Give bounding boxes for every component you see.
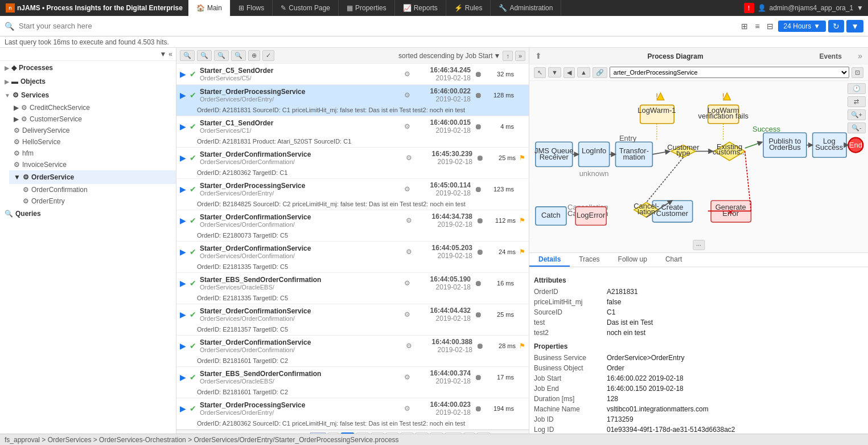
- diagram-up-icon[interactable]: ▲: [577, 67, 590, 77]
- diagram-link-icon[interactable]: 🔗: [593, 67, 607, 78]
- list-row-main[interactable]: ▶ ✔ Starter_C1_SendOrder OrderServices/C…: [176, 116, 529, 137]
- sidebar-item-order[interactable]: ▼ ⚙ OrderService: [9, 170, 176, 184]
- record-icon[interactable]: ⏺: [474, 185, 482, 194]
- tab-rules[interactable]: ⚡ Rules: [446, 0, 491, 16]
- tab-main[interactable]: 🏠 Main: [188, 0, 231, 16]
- sidebar-item-queries[interactable]: 🔍 Queries: [0, 207, 176, 221]
- zoom-out-icon[interactable]: 🔍: [197, 50, 212, 61]
- tab-flows[interactable]: ⊞ Flows: [231, 0, 273, 16]
- sidebar-item-orderentry[interactable]: ⚙ OrderEntry: [18, 195, 176, 207]
- record-icon[interactable]: ⏺: [474, 70, 482, 79]
- play-icon[interactable]: ▶: [180, 404, 186, 413]
- sidebar-collapse-left-icon[interactable]: «: [168, 50, 172, 58]
- record-icon[interactable]: ⏺: [474, 310, 482, 319]
- tab-properties[interactable]: ▦ Properties: [339, 0, 395, 16]
- tab-administration[interactable]: 🔧 Administration: [491, 0, 561, 16]
- list-item[interactable]: ▶ ✔ Starter_C5_SendOrder OrderServices/C…: [176, 64, 529, 85]
- alert-badge[interactable]: !: [744, 3, 754, 13]
- sort-label[interactable]: sorted descending by Job Start ▼: [398, 52, 500, 60]
- gear-icon[interactable]: ⚙: [404, 91, 410, 99]
- record-icon[interactable]: ⏺: [476, 341, 484, 350]
- diagram-zoom-out-icon[interactable]: 🔍-: [848, 123, 866, 133]
- list-row-main[interactable]: ▶ ✔ Starter_OrderConfirmationService Ord…: [176, 242, 529, 262]
- play-icon[interactable]: ▶: [180, 341, 186, 350]
- search-input[interactable]: [19, 22, 734, 30]
- play-icon[interactable]: ▶: [180, 185, 186, 194]
- diagram-more-icon[interactable]: ···: [693, 240, 705, 250]
- details-tab-traces[interactable]: Traces: [570, 253, 608, 267]
- record-icon[interactable]: ⏺: [476, 153, 484, 162]
- diagram-window-icon[interactable]: ⊡: [851, 67, 863, 78]
- record-icon[interactable]: ⏺: [474, 404, 482, 413]
- play-icon[interactable]: ▶: [180, 153, 186, 162]
- service-selector[interactable]: arter_OrderProcessingService: [610, 67, 849, 78]
- copy-icon[interactable]: ⊕: [248, 50, 260, 61]
- gear-icon[interactable]: ⚙: [406, 248, 412, 256]
- gear-icon[interactable]: ⚙: [406, 342, 412, 350]
- details-tab-chart[interactable]: Chart: [656, 253, 691, 267]
- diagram-down-icon[interactable]: ▼: [548, 67, 561, 77]
- gear-icon[interactable]: ⚙: [404, 279, 410, 287]
- gear-icon[interactable]: ⚙: [404, 311, 410, 319]
- list-item[interactable]: ▶ ✔ Starter_C1_SendOrder OrderServices/C…: [176, 116, 529, 148]
- expand-icon[interactable]: ↑: [503, 51, 513, 61]
- play-icon[interactable]: ▶: [180, 91, 186, 100]
- events-title[interactable]: Events: [808, 52, 853, 60]
- gear-icon[interactable]: ⚙: [404, 405, 410, 413]
- diagram-pointer-icon[interactable]: ↖: [534, 67, 546, 78]
- list-row-main[interactable]: ▶ ✔ Starter_OrderProcessingService Order…: [176, 179, 529, 199]
- record-icon[interactable]: ⏺: [474, 91, 482, 100]
- sidebar-item-services[interactable]: ▼ ⚙ Services: [0, 88, 176, 102]
- list-row-main[interactable]: ▶ ✔ Starter_OrderConfirmationService Ord…: [176, 210, 529, 231]
- gear-icon[interactable]: ⚙: [404, 373, 410, 381]
- list-row-main[interactable]: ▶ ✔ Starter_OrderProcessingService Order…: [176, 85, 529, 105]
- list-item[interactable]: ▶ ✔ Starter_OrderProcessingService Order…: [176, 179, 529, 210]
- sidebar-item-creditcheck[interactable]: ▶ ⚙ CreditCheckService: [9, 102, 176, 113]
- list-item[interactable]: ▶ ✔ Starter_OrderProcessingService Order…: [176, 85, 529, 116]
- diagram-share-icon[interactable]: ⇄: [848, 96, 866, 107]
- diagram-left-icon[interactable]: ◀: [563, 67, 575, 78]
- time-selector-button[interactable]: 24 Hours ▼: [778, 21, 826, 32]
- list-item[interactable]: ▶ ✔ Starter_OrderConfirmationService Ord…: [176, 336, 529, 367]
- diagram-zoom-in-icon[interactable]: 🔍+: [848, 109, 866, 120]
- diagram-expand-icon[interactable]: ⬆: [534, 50, 543, 62]
- details-tab-details[interactable]: Details: [529, 253, 570, 267]
- gear-icon[interactable]: ⚙: [404, 185, 410, 193]
- list-row-main[interactable]: ▶ ✔ Starter_EBS_SendOrderConfirmation Or…: [176, 273, 529, 293]
- list-row-main[interactable]: ▶ ✔ Starter_EBS_SendOrderConfirmation Or…: [176, 367, 529, 387]
- gear-icon[interactable]: ⚙: [404, 123, 410, 130]
- sidebar-item-hfm[interactable]: ⚙ hfm: [9, 148, 176, 159]
- list-row-main[interactable]: ▶ ✔ Starter_OrderProcessingService Order…: [176, 398, 529, 419]
- zoom-fit-icon[interactable]: 🔍: [214, 50, 229, 61]
- play-icon[interactable]: ▶: [180, 122, 186, 131]
- record-icon[interactable]: ⏺: [474, 122, 482, 131]
- list-item[interactable]: ▶ ✔ Starter_OrderProcessingService Order…: [176, 398, 529, 430]
- user-account-label[interactable]: admin@njams4_app_ora_1: [770, 4, 854, 12]
- zoom-reset-icon[interactable]: 🔍: [231, 50, 246, 61]
- sidebar-collapse-icon[interactable]: ▼: [159, 50, 166, 58]
- list-item[interactable]: ▶ ✔ Starter_EBS_SendOrderConfirmation Or…: [176, 273, 529, 304]
- record-icon[interactable]: ⏺: [474, 373, 482, 382]
- sidebar-item-hello[interactable]: ⚙ HelloService: [9, 136, 176, 148]
- record-icon[interactable]: ⏺: [476, 247, 484, 256]
- sidebar-item-processes[interactable]: ▶ ◆ Processes: [0, 61, 176, 75]
- tab-reports[interactable]: 📈 Reports: [395, 0, 446, 16]
- list-item[interactable]: ▶ ✔ Starter_OrderConfirmationService Ord…: [176, 242, 529, 273]
- list-row-main[interactable]: ▶ ✔ Starter_OrderConfirmationService Ord…: [176, 304, 529, 325]
- play-icon[interactable]: ▶: [180, 70, 186, 79]
- details-tab-followup[interactable]: Follow up: [609, 253, 656, 267]
- collapse-icon[interactable]: »: [515, 51, 525, 61]
- play-icon[interactable]: ▶: [180, 373, 186, 382]
- list-view-button[interactable]: ≡: [752, 21, 762, 32]
- list-row-main[interactable]: ▶ ✔ Starter_OrderConfirmationService Ord…: [176, 148, 529, 168]
- list-row-main[interactable]: ▶ ✔ Starter_C5_SendOrder OrderServices/C…: [176, 64, 529, 84]
- sidebar-item-delivery[interactable]: ⚙ DeliveryService: [9, 125, 176, 136]
- gear-icon[interactable]: ⚙: [406, 217, 412, 224]
- user-dropdown-icon[interactable]: ▼: [857, 4, 863, 12]
- refresh-dropdown-button[interactable]: ▼: [846, 20, 863, 32]
- zoom-in-icon[interactable]: 🔍: [180, 50, 195, 61]
- list-item[interactable]: ▶ ✔ Starter_OrderConfirmationService Ord…: [176, 210, 529, 242]
- list-item[interactable]: ▶ ✔ Starter_OrderConfirmationService Ord…: [176, 304, 529, 336]
- play-icon[interactable]: ▶: [180, 310, 186, 319]
- record-icon[interactable]: ⏺: [476, 216, 484, 225]
